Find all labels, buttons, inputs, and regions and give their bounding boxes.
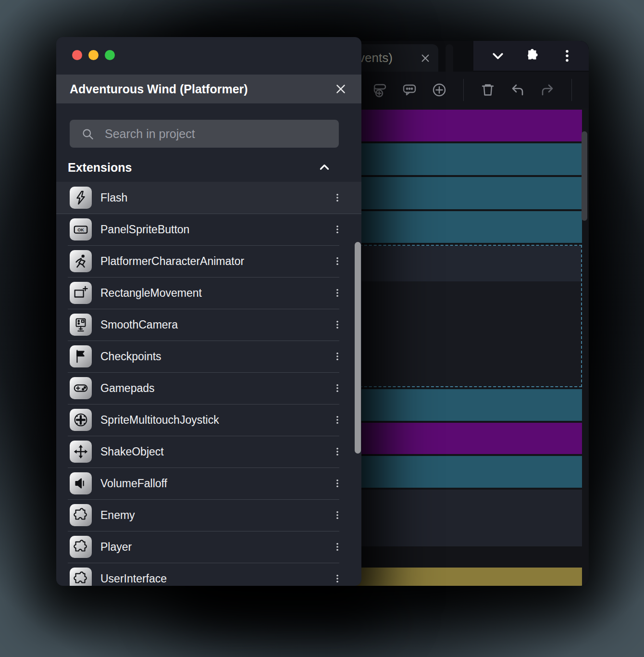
- extension-row[interactable]: Player: [56, 531, 361, 563]
- extension-label: RectangleMovement: [100, 287, 333, 300]
- extension-icon-tile: [70, 441, 92, 463]
- row-menu-kebab-icon[interactable]: [333, 508, 342, 522]
- undo-icon[interactable]: [509, 81, 526, 99]
- extension-icon-tile: [70, 250, 92, 272]
- extensions-section-header[interactable]: Extensions: [68, 157, 337, 177]
- rectangle-plus-icon: [73, 285, 89, 301]
- extension-label: VolumeFalloff: [100, 477, 333, 490]
- joystick-icon: [73, 412, 89, 428]
- window-controls-bar: [473, 41, 589, 71]
- extension-row[interactable]: SpriteMultitouchJoystick: [56, 404, 361, 436]
- extension-label: SmoothCamera: [100, 318, 333, 331]
- extension-row[interactable]: Enemy: [56, 499, 361, 531]
- trash-icon[interactable]: [479, 81, 496, 99]
- toolbar-divider: [571, 79, 572, 101]
- row-menu-kebab-icon[interactable]: [333, 476, 342, 491]
- panel-close-icon[interactable]: [334, 83, 347, 95]
- extension-row[interactable]: VolumeFalloff: [56, 467, 361, 499]
- row-menu-kebab-icon[interactable]: [333, 254, 342, 268]
- row-menu-kebab-icon[interactable]: [333, 540, 342, 554]
- search-input[interactable]: [105, 127, 331, 141]
- extension-row[interactable]: Gamepads: [56, 372, 361, 404]
- extension-row[interactable]: Checkpoints: [56, 341, 361, 372]
- move-arrows-icon: [73, 443, 89, 460]
- extension-icon-tile: [70, 345, 92, 367]
- row-menu-kebab-icon[interactable]: [333, 571, 342, 586]
- add-sub-event-icon[interactable]: [371, 81, 388, 99]
- extension-icon-tile: [70, 536, 92, 558]
- bolt-icon: [73, 190, 89, 206]
- extension-icon-tile: [70, 472, 92, 494]
- tab-close-icon[interactable]: [420, 53, 431, 63]
- extension-icon-tile: [70, 314, 92, 336]
- chevron-down-icon[interactable]: [491, 49, 505, 63]
- extension-label: SpriteMultitouchJoystick: [100, 414, 333, 427]
- row-menu-kebab-icon[interactable]: [333, 286, 342, 300]
- panel-title: Adventurous Wind (Platformer): [70, 82, 334, 96]
- svg-text:OK: OK: [77, 227, 84, 232]
- camera-icon: [73, 316, 89, 333]
- row-menu-kebab-icon[interactable]: [333, 444, 342, 459]
- extensions-section-label: Extensions: [68, 161, 132, 175]
- extension-row[interactable]: ShakeObject: [56, 436, 361, 467]
- extension-icon-tile: [70, 568, 92, 586]
- search-icon[interactable]: [587, 81, 589, 99]
- extension-label: Checkpoints: [100, 350, 333, 363]
- row-menu-kebab-icon[interactable]: [333, 222, 342, 237]
- tab-edge: [446, 44, 453, 72]
- add-comment-icon[interactable]: [401, 81, 418, 99]
- extension-row[interactable]: OK PanelSpriteButton: [56, 214, 361, 245]
- extension-label: ShakeObject: [100, 445, 333, 458]
- row-menu-kebab-icon[interactable]: [333, 349, 342, 364]
- puzzle-icon[interactable]: [525, 49, 540, 63]
- maximize-traffic-light[interactable]: [105, 50, 115, 60]
- extension-icon-tile: OK: [70, 218, 92, 240]
- extension-icon-tile: [70, 377, 92, 399]
- row-menu-kebab-icon[interactable]: [333, 413, 342, 427]
- extension-icon-tile: [70, 282, 92, 304]
- extension-label: Enemy: [100, 509, 333, 522]
- search-icon: [81, 127, 94, 140]
- runner-icon: [73, 253, 89, 269]
- add-event-icon[interactable]: [431, 81, 448, 99]
- puzzle-outline-icon: [73, 570, 89, 586]
- project-manager-panel: Adventurous Wind (Platformer) Extensions…: [56, 37, 361, 586]
- events-scrollbar[interactable]: [582, 131, 587, 221]
- puzzle-outline-icon: [73, 539, 89, 555]
- panel-scrollbar[interactable]: [355, 242, 361, 454]
- search-box[interactable]: [70, 120, 339, 148]
- extension-row[interactable]: SmoothCamera: [56, 309, 361, 341]
- extension-row[interactable]: PlatformerCharacterAnimator: [56, 245, 361, 277]
- row-menu-kebab-icon[interactable]: [333, 190, 342, 205]
- puzzle-outline-icon: [73, 507, 89, 523]
- extension-label: PanelSpriteButton: [100, 223, 333, 236]
- redo-icon[interactable]: [539, 81, 556, 99]
- row-menu-kebab-icon[interactable]: [333, 317, 342, 332]
- extension-row[interactable]: UserInterface: [56, 563, 361, 586]
- minimize-traffic-light[interactable]: [88, 50, 99, 60]
- extension-label: Gamepads: [100, 382, 333, 395]
- gamepad-icon: [73, 380, 89, 396]
- extensions-list: Flash OK PanelSpriteButton PlatformerCha…: [56, 182, 361, 586]
- ok-button-icon: OK: [73, 221, 89, 238]
- kebab-icon[interactable]: [560, 49, 574, 63]
- extension-icon-tile: [70, 409, 92, 431]
- row-menu-kebab-icon[interactable]: [333, 381, 342, 395]
- extension-label: PlatformerCharacterAnimator: [100, 255, 333, 268]
- extension-icon-tile: [70, 187, 92, 209]
- chevron-up-icon[interactable]: [318, 161, 331, 174]
- speaker-icon: [73, 475, 89, 492]
- flag-icon: [73, 348, 89, 365]
- close-traffic-light[interactable]: [72, 50, 82, 60]
- extension-label: UserInterface: [100, 572, 333, 585]
- traffic-lights: [72, 50, 115, 60]
- extension-row[interactable]: RectangleMovement: [56, 277, 361, 309]
- extension-row[interactable]: Flash: [56, 182, 361, 214]
- extension-label: Player: [100, 541, 333, 554]
- extension-label: Flash: [100, 191, 333, 204]
- extension-icon-tile: [70, 504, 92, 526]
- toolbar-divider: [463, 79, 464, 101]
- panel-header: Adventurous Wind (Platformer): [56, 75, 361, 103]
